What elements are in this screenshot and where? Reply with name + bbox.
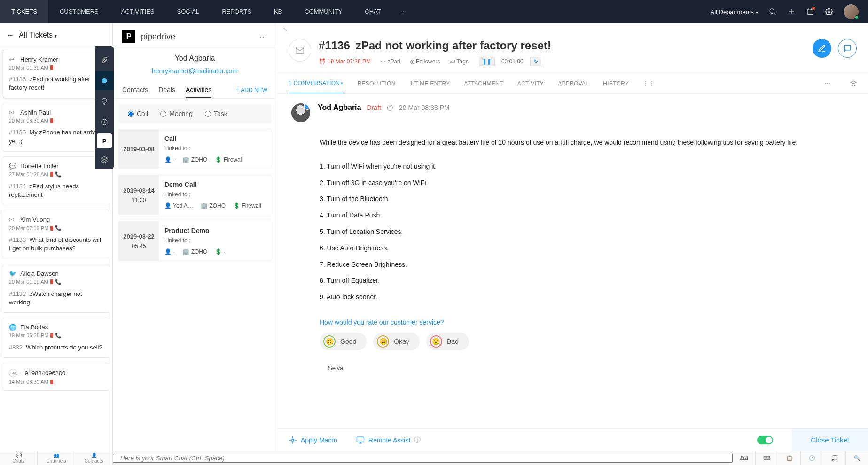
notifications-icon[interactable] xyxy=(806,8,814,16)
close-ticket-button[interactable]: Close Ticket xyxy=(792,429,868,451)
compose-button[interactable] xyxy=(813,39,831,58)
activity-title: Call xyxy=(164,135,265,142)
phone-icon: 📞 xyxy=(55,333,62,339)
user-avatar[interactable] xyxy=(844,4,859,19)
rate-okay[interactable]: 😐Okay xyxy=(373,333,420,350)
detail-tab[interactable]: RESOLUTION xyxy=(358,73,396,93)
rail-attachment-icon[interactable] xyxy=(95,51,114,70)
search-icon[interactable] xyxy=(768,8,777,16)
rate-bad[interactable]: 🙁Bad xyxy=(426,333,469,350)
svg-point-9 xyxy=(292,439,294,441)
type-task[interactable]: Task xyxy=(205,110,227,117)
rail-idea-icon[interactable] xyxy=(95,92,114,111)
nav-kb[interactable]: KB xyxy=(263,0,293,23)
phone-icon: 📞 xyxy=(55,279,62,285)
ticket-card[interactable]: ↩Henry Kramer 20 Mar 01:39 AM #1136 zPad… xyxy=(3,50,109,98)
bottom-contacts[interactable]: 👤Contacts xyxy=(75,451,113,465)
tags-button[interactable]: 🏷 Tags xyxy=(449,58,468,65)
keyboard-icon[interactable]: ⌨ xyxy=(755,451,778,465)
ticket-time: 20 Mar 01:39 AM xyxy=(9,65,48,70)
svg-marker-7 xyxy=(101,156,107,160)
apply-macro-button[interactable]: Apply Macro xyxy=(289,436,337,444)
timer-pause-icon[interactable]: ❚❚ xyxy=(479,57,495,66)
nav-activities[interactable]: ACTIVITIES xyxy=(110,0,166,23)
detail-stack-icon[interactable] xyxy=(850,80,857,87)
linked-org: 🏢 ZOHO xyxy=(182,248,207,255)
detail-tab[interactable]: 1 CONVERSATION xyxy=(289,73,344,93)
detail-tab[interactable]: ATTACHMENT xyxy=(464,73,503,93)
filter-icon[interactable]: ⋮⋮ xyxy=(643,80,655,87)
bottom-chats[interactable]: 💬Chats xyxy=(0,451,38,465)
activity-card[interactable]: 2019-03-08 Call Linked to : 👤 - 🏢 ZOHO 💲… xyxy=(118,129,271,169)
department-selector[interactable]: All Departments xyxy=(711,8,758,16)
detail-more-icon[interactable]: ⋯ xyxy=(825,80,830,87)
followers-button[interactable]: ◎ Followers xyxy=(410,58,440,65)
nav-social[interactable]: SOCIAL xyxy=(166,0,211,23)
chat-icon[interactable]: 💭 xyxy=(823,451,845,465)
rail-stack-icon[interactable] xyxy=(95,150,114,169)
activity-time: 11:30 xyxy=(132,197,146,203)
settings-icon[interactable] xyxy=(825,8,833,16)
clock-icon[interactable]: 🕐 xyxy=(800,451,823,465)
type-meeting[interactable]: Meeting xyxy=(160,110,193,117)
contact-email[interactable]: henrykramer@mailinator.com xyxy=(152,67,238,75)
nav-chat[interactable]: CHAT xyxy=(353,0,392,23)
ticket-list-title[interactable]: All Tickets xyxy=(19,31,57,39)
ticket-card[interactable]: 🌐Ela Bodas 19 Mar 05:28 PM📞 #832 Which p… xyxy=(3,318,109,358)
type-call[interactable]: Call xyxy=(128,110,148,117)
nav-community[interactable]: COMMUNITY xyxy=(293,0,353,23)
smart-chat-input[interactable] xyxy=(113,454,733,463)
detail-tab[interactable]: ACTIVITY xyxy=(517,73,544,93)
collapse-icon[interactable]: ⤡ xyxy=(277,23,868,32)
status-toggle[interactable] xyxy=(757,436,773,444)
zia-icon[interactable]: Ziᐃ xyxy=(733,451,755,465)
conv-point: 9. Auto-lock sooner. xyxy=(320,290,854,304)
rail-assist-icon[interactable] xyxy=(95,71,114,90)
activity-card[interactable]: 2019-03-1411:30 Demo Call Linked to : 👤 … xyxy=(118,175,271,215)
ticket-type-icon xyxy=(289,39,311,62)
comment-button[interactable] xyxy=(838,39,857,58)
detail-tab[interactable]: 1 TIME ENTRY xyxy=(410,73,450,93)
remote-assist-button[interactable]: Remote Assist ⓘ xyxy=(356,436,421,444)
svg-point-0 xyxy=(770,9,774,13)
ticket-customer: Kim Vuong xyxy=(20,216,50,223)
pd-tab-activities[interactable]: Activities xyxy=(186,86,211,98)
ticket-card[interactable]: ✉Ashlin Paul 20 Mar 08:30 AM #1135 My zP… xyxy=(3,103,109,151)
side-rail: P xyxy=(95,46,114,169)
ticket-card[interactable]: SM+919884096300 14 Mar 08:30 AM xyxy=(3,363,109,391)
channel-icon: 💬 xyxy=(9,163,16,170)
pd-add-new[interactable]: + ADD NEW xyxy=(236,87,267,93)
timer-refresh-icon[interactable]: ↻ xyxy=(530,57,541,66)
conv-point: 6. Use Auto-Brightness. xyxy=(320,241,854,256)
nav-more-icon[interactable]: ⋯ xyxy=(392,0,410,23)
rail-history-icon[interactable] xyxy=(95,113,114,132)
nav-reports[interactable]: REPORTS xyxy=(211,0,263,23)
search-bottom-icon[interactable]: 🔍 xyxy=(845,451,868,465)
pd-tab-deals[interactable]: Deals xyxy=(158,86,175,97)
pd-tab-contacts[interactable]: Contacts xyxy=(122,86,148,97)
add-icon[interactable] xyxy=(787,8,796,16)
at-symbol: @ xyxy=(387,104,393,111)
conv-point: 2. Turn off 3G in case you're on WiFi. xyxy=(320,176,854,190)
activity-card[interactable]: 2019-03-2205:45 Product Demo Linked to :… xyxy=(118,221,271,261)
ticket-title: zPad not working after factory reset! xyxy=(356,39,551,52)
back-icon[interactable]: ← xyxy=(7,31,14,39)
rate-good[interactable]: 🙂Good xyxy=(320,333,367,350)
rail-pipedrive-icon[interactable]: P xyxy=(97,133,112,148)
ticket-time: 20 Mar 01:09 AM xyxy=(9,279,48,285)
nav-customers[interactable]: CUSTOMERS xyxy=(48,0,110,23)
detail-tab[interactable]: HISTORY xyxy=(603,73,629,93)
svg-point-6 xyxy=(102,78,107,84)
clipboard-icon[interactable]: 📋 xyxy=(778,451,800,465)
ticket-time: 20 Mar 08:30 AM xyxy=(9,118,48,124)
ticket-number: #832 xyxy=(9,344,23,351)
ticket-card[interactable]: ✉Kim Vuong 20 Mar 07:19 PM📞 #1133 What k… xyxy=(3,210,109,259)
ticket-number: #1135 xyxy=(9,129,26,136)
ticket-card[interactable]: 💬Donette Foller 27 Mar 01:28 AM📞 #1134 z… xyxy=(3,156,109,205)
detail-tab[interactable]: APPROVAL xyxy=(558,73,589,93)
pipedrive-menu-icon[interactable]: ⋯ xyxy=(259,31,267,42)
bottom-channels[interactable]: 👥Channels xyxy=(38,451,75,465)
ticket-card[interactable]: 🐦Alicia Dawson 20 Mar 01:09 AM📞 #1132 zW… xyxy=(3,264,109,313)
nav-tickets[interactable]: TICKETS xyxy=(0,0,48,23)
ticket-product[interactable]: ⋯ zPad xyxy=(380,58,400,65)
